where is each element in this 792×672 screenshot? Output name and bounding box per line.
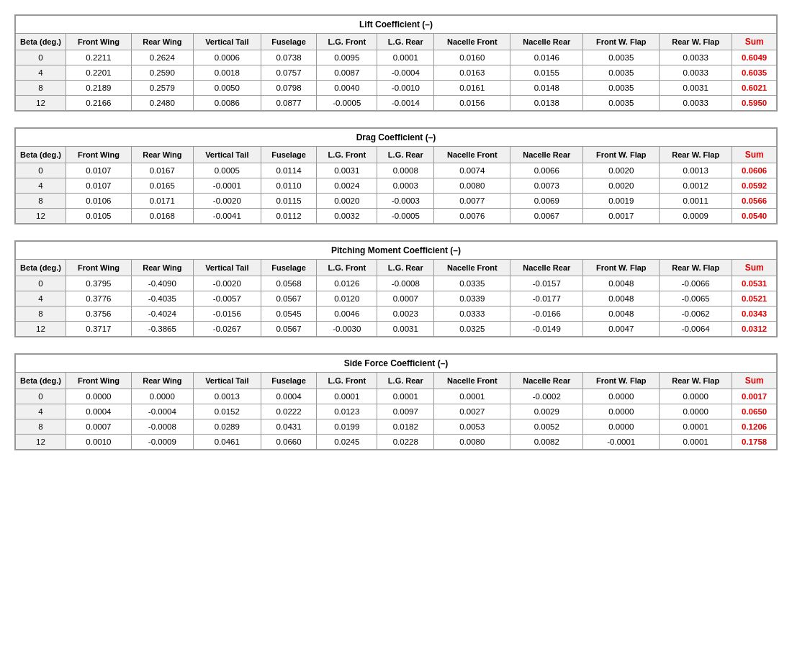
col-header-2-2: Rear Wing xyxy=(131,260,193,276)
cell-2-3-9: 0.0047 xyxy=(583,322,660,337)
cell-0-3-6: -0.0014 xyxy=(377,96,434,111)
cell-3-3-10: 0.0001 xyxy=(660,435,732,450)
cell-3-0-7: 0.0001 xyxy=(434,389,510,404)
cell-0-1-9: 0.0035 xyxy=(583,65,660,81)
col-header-0-5: L.G. Front xyxy=(317,34,377,50)
cell-3-1-3: 0.0152 xyxy=(193,404,261,419)
col-header-3-6: L.G. Rear xyxy=(377,373,434,389)
cell-1-3-3: -0.0041 xyxy=(193,209,261,224)
cell-2-2-1: 0.3756 xyxy=(66,307,132,322)
cell-3-2-6: 0.0182 xyxy=(377,419,434,435)
cell-3-0-11: 0.0017 xyxy=(732,389,777,404)
cell-2-1-2: -0.4035 xyxy=(131,291,193,307)
table-row: 00.00000.00000.00130.00040.00010.00010.0… xyxy=(16,389,777,404)
cell-3-3-3: 0.0461 xyxy=(193,435,261,450)
cell-0-2-8: 0.0148 xyxy=(510,81,583,96)
cell-2-2-10: -0.0062 xyxy=(660,307,732,322)
col-header-0-9: Front W. Flap xyxy=(583,34,660,50)
col-header-2-0: Beta (deg.) xyxy=(16,260,66,276)
cell-0-3-7: 0.0156 xyxy=(434,96,510,111)
cell-2-2-11: 0.0343 xyxy=(732,307,777,322)
table-title-2: Pitching Moment Coefficient (–) xyxy=(16,242,777,260)
col-header-1-4: Fuselage xyxy=(261,147,317,163)
cell-0-2-0: 8 xyxy=(16,81,66,96)
col-header-3-10: Rear W. Flap xyxy=(660,373,732,389)
col-header-3-2: Rear Wing xyxy=(131,373,193,389)
cell-1-0-3: 0.0005 xyxy=(193,163,261,178)
cell-3-0-0: 0 xyxy=(16,389,66,404)
cell-0-1-7: 0.0163 xyxy=(434,65,510,81)
table-section-0: Lift Coefficient (–)Beta (deg.)Front Win… xyxy=(14,14,778,112)
cell-3-2-3: 0.0289 xyxy=(193,419,261,435)
cell-3-3-9: -0.0001 xyxy=(583,435,660,450)
table-row: 40.22010.25900.00180.07570.0087-0.00040.… xyxy=(16,65,777,81)
cell-2-3-1: 0.3717 xyxy=(66,322,132,337)
cell-2-3-6: 0.0031 xyxy=(377,322,434,337)
cell-3-1-4: 0.0222 xyxy=(261,404,317,419)
col-header-3-4: Fuselage xyxy=(261,373,317,389)
cell-0-3-0: 12 xyxy=(16,96,66,111)
table-row: 80.3756-0.4024-0.01560.05450.00460.00230… xyxy=(16,307,777,322)
col-header-3-9: Front W. Flap xyxy=(583,373,660,389)
cell-2-2-7: 0.0333 xyxy=(434,307,510,322)
cell-3-1-6: 0.0097 xyxy=(377,404,434,419)
cell-3-3-7: 0.0080 xyxy=(434,435,510,450)
cell-1-2-7: 0.0077 xyxy=(434,194,510,209)
cell-1-0-4: 0.0114 xyxy=(261,163,317,178)
table-row: 120.21660.24800.00860.0877-0.0005-0.0014… xyxy=(16,96,777,111)
cell-1-2-0: 8 xyxy=(16,194,66,209)
cell-3-1-5: 0.0123 xyxy=(317,404,377,419)
cell-1-1-7: 0.0080 xyxy=(434,178,510,194)
col-header-3-11: Sum xyxy=(732,373,777,389)
table-row: 00.3795-0.4090-0.00200.05680.0126-0.0008… xyxy=(16,276,777,291)
cell-1-0-2: 0.0167 xyxy=(131,163,193,178)
cell-1-0-11: 0.0606 xyxy=(732,163,777,178)
cell-3-3-5: 0.0245 xyxy=(317,435,377,450)
cell-1-2-1: 0.0106 xyxy=(66,194,132,209)
cell-3-2-8: 0.0052 xyxy=(510,419,583,435)
cell-0-3-9: 0.0035 xyxy=(583,96,660,111)
cell-0-1-11: 0.6035 xyxy=(732,65,777,81)
cell-0-0-0: 0 xyxy=(16,50,66,65)
cell-0-0-3: 0.0006 xyxy=(193,50,261,65)
cell-1-2-8: 0.0069 xyxy=(510,194,583,209)
col-header-1-2: Rear Wing xyxy=(131,147,193,163)
cell-2-1-1: 0.3776 xyxy=(66,291,132,307)
col-header-0-7: Nacelle Front xyxy=(434,34,510,50)
table-row: 40.0004-0.00040.01520.02220.01230.00970.… xyxy=(16,404,777,419)
cell-3-3-4: 0.0660 xyxy=(261,435,317,450)
cell-0-0-7: 0.0160 xyxy=(434,50,510,65)
cell-1-3-6: -0.0005 xyxy=(377,209,434,224)
table-title-0: Lift Coefficient (–) xyxy=(16,16,777,34)
cell-1-1-11: 0.0592 xyxy=(732,178,777,194)
cell-1-2-11: 0.0566 xyxy=(732,194,777,209)
cell-1-0-0: 0 xyxy=(16,163,66,178)
cell-1-2-2: 0.0171 xyxy=(131,194,193,209)
cell-1-2-5: 0.0020 xyxy=(317,194,377,209)
cell-1-0-10: 0.0013 xyxy=(660,163,732,178)
col-header-1-7: Nacelle Front xyxy=(434,147,510,163)
cell-0-0-4: 0.0738 xyxy=(261,50,317,65)
cell-0-2-1: 0.2189 xyxy=(66,81,132,96)
cell-2-3-11: 0.0312 xyxy=(732,322,777,337)
cell-2-0-2: -0.4090 xyxy=(131,276,193,291)
cell-1-1-8: 0.0073 xyxy=(510,178,583,194)
cell-1-0-7: 0.0074 xyxy=(434,163,510,178)
cell-3-1-2: -0.0004 xyxy=(131,404,193,419)
data-table-0: Lift Coefficient (–)Beta (deg.)Front Win… xyxy=(15,15,777,111)
cell-2-1-0: 4 xyxy=(16,291,66,307)
cell-0-3-5: -0.0005 xyxy=(317,96,377,111)
cell-1-3-10: 0.0009 xyxy=(660,209,732,224)
cell-3-3-6: 0.0228 xyxy=(377,435,434,450)
cell-0-0-1: 0.2211 xyxy=(66,50,132,65)
data-table-1: Drag Coefficient (–)Beta (deg.)Front Win… xyxy=(15,128,777,224)
cell-2-1-7: 0.0339 xyxy=(434,291,510,307)
cell-0-3-11: 0.5950 xyxy=(732,96,777,111)
table-row: 120.3717-0.3865-0.02670.0567-0.00300.003… xyxy=(16,322,777,337)
cell-1-1-10: 0.0012 xyxy=(660,178,732,194)
cell-0-2-11: 0.6021 xyxy=(732,81,777,96)
cell-2-3-5: -0.0030 xyxy=(317,322,377,337)
col-header-0-10: Rear W. Flap xyxy=(660,34,732,50)
cell-0-0-2: 0.2624 xyxy=(131,50,193,65)
cell-0-2-4: 0.0798 xyxy=(261,81,317,96)
